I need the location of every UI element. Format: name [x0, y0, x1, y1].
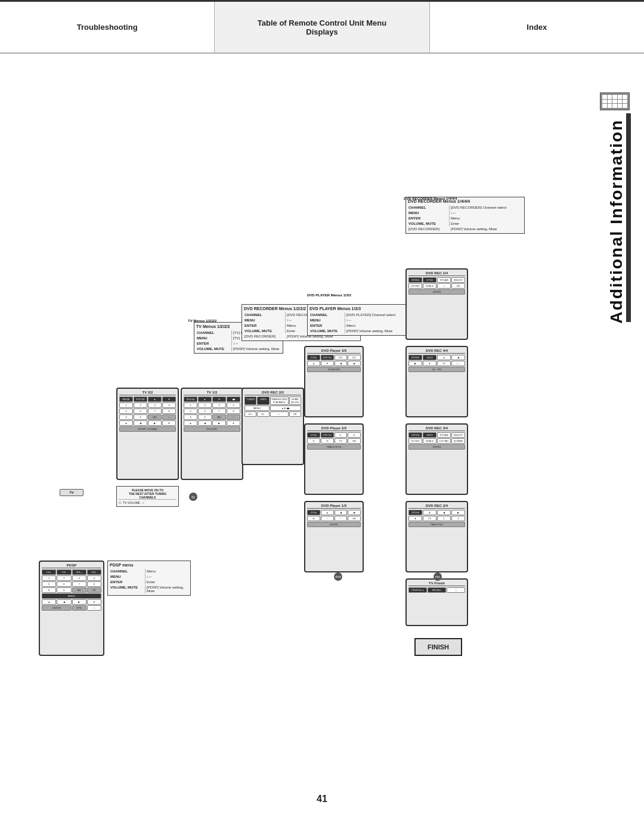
tv-btn-7: 7	[148, 408, 162, 414]
pdsp-vol-value: [PDSP] Volume setting,Mute	[146, 585, 188, 593]
dvd-rec2-grid-3: STDHd 4HD2 ▲ ◀ ▶ ▼ TV ↕↔ 1/4 PS2	[408, 355, 465, 372]
tv2-btn-9: 5	[184, 408, 197, 414]
pdsp-btn-misc: ☆	[87, 605, 101, 611]
tv-btn-right: ▶	[148, 420, 162, 426]
tv2-btn-13: 9	[184, 414, 197, 420]
tv-vol-value: [PDSP] Volume setting, Mute	[233, 346, 281, 351]
pdsp-ch-label: CHANNEL	[110, 569, 145, 574]
dvdp-vol-label: VOLUME, MUTE	[309, 329, 345, 333]
dvdrec-btn-5: MENU	[244, 405, 270, 411]
pdsp-btn-5: 1	[42, 575, 56, 581]
dvdrec2-4btn-3: STCAM	[437, 277, 451, 283]
finish-btn-3: ☆	[447, 587, 465, 593]
dvd-player-title-3: DVD Player 3/3	[307, 349, 361, 354]
dvd-rec2-remote-1: DVD REC 2/4 STDHd ▲ ◀ ▶ ▼ TV 1 2 TIMER R…	[405, 501, 468, 572]
dvdp-btn-6: ↕	[321, 516, 334, 521]
dvdp-btn-2: ▲	[321, 510, 334, 515]
dvdrec2-btn-3: ◀	[437, 510, 451, 515]
tv-btn-ch: STD HD	[134, 397, 147, 402]
finish-btn-2: RECALL	[428, 587, 446, 593]
dvdrec2-btn-enter: TIMER REC	[408, 522, 465, 527]
pdsp-btn-left: ◀	[57, 599, 71, 605]
dvdp-btn-1: GTHd	[307, 510, 320, 515]
dvd-rec2-title-1: DVD REC 2/4	[408, 504, 465, 509]
pdsp-menu-label2: MENU	[110, 574, 145, 579]
header-table[interactable]: Table of Remote Control Unit MenuDisplay…	[215, 2, 429, 52]
tv-notice-text: TV VOLUME	[123, 501, 140, 504]
dvdrec2-4btn-2: GTHd	[423, 277, 436, 283]
dvd-rec2-title-3: DVD REC 4/4	[408, 349, 465, 354]
tv-remote-title: TV 2/2	[119, 391, 176, 395]
tv2-btn-rec: RECORD	[184, 426, 240, 432]
dvdrec-ch-label: CHANNEL	[244, 312, 286, 317]
dvdrec2-menu-label: MENU	[408, 210, 450, 215]
dvdrec-btn-1: TUNER	[244, 397, 256, 405]
tv-menu-label: MENU	[196, 336, 232, 340]
tv2-btn-11: 7	[212, 408, 226, 414]
tv2-btn-5: 1	[184, 403, 197, 408]
connector-tv-h	[33, 131, 63, 132]
dvdrec2-4btn-6: SUBLE	[423, 283, 436, 289]
dvd-rec2-grid-4: STDHd GTHd STCAM SELECT CH SET SUBLE ☆ O…	[408, 277, 465, 295]
dvd-rec2-title-4: DVD REC 1/4	[408, 271, 465, 276]
connector-pdsp-up	[33, 72, 34, 131]
dvdp3-btn-8: ▶	[348, 361, 361, 366]
pdsp-btn-9: 5	[42, 581, 56, 587]
tv-btn-vd: ▼	[162, 397, 176, 402]
page-number: 41	[306, 783, 338, 815]
dvd-player-title-1: DVD Player 1/3	[307, 504, 361, 509]
dvdp3-btn-7: ◀	[335, 361, 348, 366]
tv-remote-unit-2: TV 1/2 STd Hd ▲ ▼ ◀▶ 1 2 3 4 5 6 7 8 9 0…	[181, 388, 243, 480]
tv-notice-check: ☐	[119, 501, 121, 504]
tv2-btn-14: 0	[198, 414, 212, 420]
header-index[interactable]: Index	[430, 2, 644, 52]
dvdrec2-enter-value: Menu	[450, 216, 522, 221]
dvdrec2-3btn-5: ▶	[408, 361, 422, 366]
tv-notice-icon: ☆	[142, 501, 144, 504]
dvdrec2-btn-6: TV	[423, 516, 436, 521]
pdsp-btn-grid: CH+ CH- VOL+ VOL- 1 2 3 4 5 6 7 8 9 0 MU…	[42, 569, 101, 611]
dvdrec2-3btn-4: ◀	[451, 355, 465, 360]
dvd-player-grid-info: CHANNEL [DVD PLAYER] Channel select MENU…	[309, 312, 412, 333]
tv2-btn-4: ◀▶	[227, 397, 240, 402]
dvdp2-btn-6: ④	[321, 438, 334, 444]
dvdrec2-4btn-1: STDHd	[408, 277, 422, 283]
pdsp-enter-value: Enter	[146, 580, 188, 584]
tv-ch-label: CHANNEL	[196, 330, 232, 335]
tv-btn-1: 1	[119, 403, 133, 408]
tv2-btn-12: 8	[227, 408, 240, 414]
pdsp-btn-15: MU	[72, 587, 86, 593]
dvd-player-remote-3: DVD Player 3/3 GTHd STD Hd CH+ CH- ▲ ▼ ◀…	[304, 346, 364, 417]
tv2-btn-10: 6	[198, 408, 212, 414]
pdsp-btn-7: 3	[72, 575, 86, 581]
dvdrec-btn-4: HOME BLUTH	[289, 397, 301, 405]
dvd-rec-title-1: DVD REC 2/2	[244, 391, 301, 395]
dvdrec2-vol-value: Enter	[450, 221, 522, 226]
dvdp3-btn-4: CH-	[348, 355, 361, 360]
dvdp-menu-value: ↕↔	[346, 318, 412, 323]
dvdrec2-4btn-8: OK	[451, 283, 465, 289]
pdsp-btn-menu: MENU	[42, 593, 101, 599]
header-troubleshooting[interactable]: Troubleshooting	[0, 2, 215, 52]
finish-remote: TV Finish PDHP No.1 RECALL ☆	[405, 578, 468, 626]
dvd-rec2-title-2: DVD REC 3/4	[408, 426, 465, 431]
dvdrec2-ch-value: [DVD RECORDER] Channel select	[450, 205, 522, 210]
dvd-player-menus-label: DVD PLAYER Menus 1/3/3	[307, 293, 351, 297]
dvdp3-btn-3: CH+	[335, 355, 348, 360]
pdsp-remote-unit: PDSP CH+ CH- VOL+ VOL- 1 2 3 4 5 6 7 8 9…	[39, 561, 104, 656]
dvdrec2-2btn-5: CH SET	[408, 438, 422, 444]
dvd-player-grid-1: GTHd ▲ ◀ ▶ ▼ ↕ ↔ OK ENTER	[307, 510, 361, 527]
dvd-rec-grid-1: TUNER 4HD2 TIMERECORD PLAYBACK HOME BLUT…	[244, 397, 301, 417]
dvd-player-info: DVD PLAYER Menus 1/3/3 CHANNEL [DVD PLAY…	[307, 304, 414, 336]
dvdrec-enter-label: ENTER	[244, 323, 286, 328]
node-tv: tv	[189, 493, 197, 501]
tv-btn-up: ▲	[119, 420, 133, 426]
dvdrec2-dvd-label: [DVD RECORDER]	[408, 227, 450, 231]
dvdrec2-2btn-2: 4HD2	[423, 432, 436, 438]
conn-v-1	[33, 132, 34, 287]
dvdp-btn-7: ↔	[335, 516, 348, 521]
dvdrec-btn-3: TIMERECORD PLAYBACK	[270, 397, 289, 405]
dvdrec-pdsp-label: [DVD RECORDER]	[244, 334, 286, 339]
dvdrec-btn-2: 4HD2	[257, 397, 269, 405]
dvdp3-btn-5: ▲	[307, 361, 320, 366]
